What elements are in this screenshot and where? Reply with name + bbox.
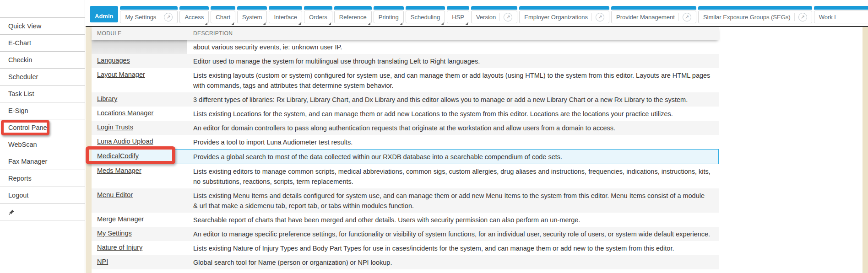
module-link-layout-manager[interactable]: Layout Manager <box>97 71 145 78</box>
tab-top-strip <box>374 6 404 10</box>
module-cell: Nature of Injury <box>92 241 187 255</box>
module-link-login-trusts[interactable]: Login Trusts <box>97 123 133 131</box>
external-link-icon[interactable]: ↗ <box>683 13 691 21</box>
module-description: Provides a tool to import Luna Audiomete… <box>187 135 719 149</box>
sidebar-item-e-chart[interactable]: E-Chart <box>0 34 85 51</box>
module-link-nature-of-injury[interactable]: Nature of Injury <box>97 244 142 251</box>
table-body: about various security events, ie: unkno… <box>92 40 719 273</box>
module-cell: Login Trusts <box>92 121 187 135</box>
module-description: Editor used to manage the system for mul… <box>187 54 719 68</box>
module-link-my-settings[interactable]: My Settings <box>97 230 132 237</box>
table-row-meds-manager: Meds Manager Lists existing editors to m… <box>92 164 719 188</box>
tab-system[interactable]: System <box>237 6 267 23</box>
external-link-icon[interactable]: ↗ <box>504 13 512 21</box>
tab-scheduling[interactable]: Scheduling <box>406 6 445 23</box>
sidebar-item-label: Checkin <box>8 56 32 64</box>
tab-label: Orders <box>309 14 327 21</box>
tab-interface[interactable]: Interface <box>269 6 302 23</box>
module-link-menu-editor[interactable]: Menu Editor <box>97 191 133 198</box>
dropdown-corner-icon <box>263 22 266 25</box>
tab-hsp[interactable]: HSP <box>447 6 469 23</box>
external-link-icon[interactable]: ↗ <box>596 13 604 21</box>
tab-printing[interactable]: Printing <box>374 6 404 23</box>
tab-orders[interactable]: Orders <box>304 6 332 23</box>
tab-provider-management[interactable]: Provider Management ↗ <box>611 6 696 23</box>
table-row-npi: NPI Global search tool for Name (person … <box>92 255 719 269</box>
module-cell: MedicalCodify <box>92 150 187 164</box>
module-description: Lists existing layouts (custom or system… <box>187 68 719 92</box>
module-link-luna-audio-upload[interactable]: Luna Audio Upload <box>97 138 153 145</box>
sidebar-item-webscan[interactable]: WebScan <box>0 136 85 153</box>
table-row-observation-codes: Observation Codes Lists existing Observa… <box>92 269 719 273</box>
module-description: Lists existing Nature of Injury Types an… <box>187 241 719 255</box>
module-link-library[interactable]: Library <box>97 95 117 102</box>
module-link-languages[interactable]: Languages <box>97 57 130 64</box>
tab-employer-organizations[interactable]: Employer Organizations ↗ <box>519 6 609 23</box>
sidebar-item-label: Logout <box>8 192 28 199</box>
external-link-icon[interactable]: ↗ <box>798 13 807 21</box>
dropdown-corner-icon <box>400 22 402 25</box>
tab-divider <box>499 13 500 21</box>
module-cell: Merge Manager <box>92 213 187 227</box>
sidebar-pin-button[interactable] <box>0 203 85 220</box>
tab-top-strip <box>611 6 696 10</box>
sidebar-item-control-panel[interactable]: Control Panel <box>0 119 85 136</box>
sidebar-item-label: Quick View <box>8 22 41 30</box>
sidebar-item-scheduler[interactable]: Scheduler <box>0 68 85 85</box>
tab-top-strip <box>334 6 372 10</box>
external-link-icon[interactable]: ↗ <box>164 13 173 21</box>
sidebar-item-task-list[interactable]: Task List <box>0 85 85 102</box>
table-header: MODULE DESCRIPTION <box>92 27 719 40</box>
sidebar: Quick View E-Chart Checkin Scheduler Tas… <box>0 0 85 273</box>
tab-chart[interactable]: Chart <box>211 6 235 23</box>
module-link-locations-manager[interactable]: Locations Manager <box>97 109 153 117</box>
sidebar-item-quick-view[interactable]: Quick View <box>0 17 85 34</box>
module-cell: Library <box>92 92 187 107</box>
tab-divider <box>160 13 160 21</box>
tab-work-l[interactable]: Work L <box>814 6 868 23</box>
tabs-row: Admin My Settings ↗ Access Chart System … <box>90 6 868 26</box>
module-description: Lists existing Menu Items and details co… <box>187 188 719 213</box>
sidebar-item-e-sign[interactable]: E-Sign <box>0 102 85 119</box>
sidebar-item-label: Task List <box>8 90 34 97</box>
tab-admin[interactable]: Admin <box>90 6 118 22</box>
tab-similar-exposure-groups-segs[interactable]: Similar Exposure Groups (SEGs) ↗ <box>698 6 812 23</box>
tab-label: Admin <box>95 13 113 20</box>
tab-access[interactable]: Access <box>179 6 209 23</box>
tab-top-strip <box>211 6 235 10</box>
tab-version[interactable]: Version ↗ <box>471 6 517 23</box>
sidebar-item-checkin[interactable]: Checkin <box>0 51 85 68</box>
sidebar-item-label: E-Chart <box>8 39 31 47</box>
tab-label: Employer Organizations <box>524 14 588 21</box>
tab-top-strip <box>471 6 517 10</box>
module-cell <box>92 40 187 54</box>
tab-label: Provider Management <box>616 14 675 21</box>
module-cell: NPI <box>92 255 187 269</box>
tab-top-strip <box>237 6 267 10</box>
module-link-npi[interactable]: NPI <box>97 258 108 265</box>
dropdown-corner-icon <box>298 22 301 25</box>
sidebar-item-fax-manager[interactable]: Fax Manager <box>0 153 85 170</box>
module-cell: My Settings <box>92 227 187 241</box>
tab-reference[interactable]: Reference <box>334 6 372 23</box>
dropdown-corner-icon <box>205 22 207 25</box>
module-cell: Locations Manager <box>92 107 187 121</box>
table-row-partial: about various security events, ie: unkno… <box>92 40 719 54</box>
dropdown-corner-icon <box>441 22 444 25</box>
tab-top-strip <box>447 6 469 10</box>
modules-table: MODULE DESCRIPTION about various securit… <box>92 27 719 273</box>
module-link-meds-manager[interactable]: Meds Manager <box>97 167 141 174</box>
tab-my-settings[interactable]: My Settings ↗ <box>120 6 178 23</box>
sidebar-item-label: Control Panel <box>8 124 49 131</box>
sidebar-item-reports[interactable]: Reports <box>0 170 85 187</box>
column-header-description: DESCRIPTION <box>187 30 719 37</box>
pushpin-icon <box>8 209 15 215</box>
table-row-login-trusts: Login Trusts An editor for domain contro… <box>92 121 719 135</box>
dropdown-corner-icon <box>231 22 234 25</box>
module-link-medicalcodify[interactable]: MedicalCodify <box>97 152 139 160</box>
module-link-merge-manager[interactable]: Merge Manager <box>97 215 144 223</box>
tab-label: Scheduling <box>411 14 440 21</box>
module-description: Provides a global search to most of the … <box>187 150 718 164</box>
table-row-my-settings: My Settings An editor to manage specific… <box>92 227 719 241</box>
sidebar-item-logout[interactable]: Logout <box>0 187 85 203</box>
